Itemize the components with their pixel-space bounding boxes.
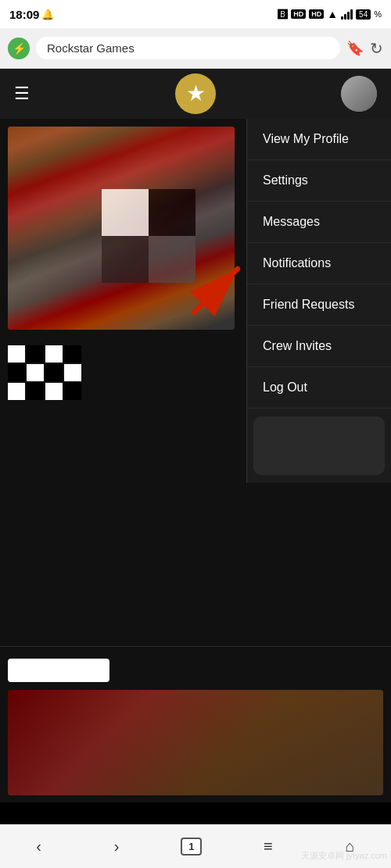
bottom-section: [0, 646, 391, 802]
menu-item-log-out[interactable]: Log Out: [247, 367, 391, 409]
tab-count-button[interactable]: 1: [181, 838, 202, 855]
crew-invites-label: Crew Invites: [263, 339, 332, 352]
lightning-icon: ⚡: [13, 42, 26, 55]
status-time: 18:09 🔔: [9, 8, 54, 21]
white-banner: [8, 659, 109, 682]
back-button[interactable]: ‹: [25, 831, 52, 862]
status-icons-group: 🅱 HD HD ▲ 54 %: [278, 8, 382, 20]
menu-button[interactable]: ≡: [253, 831, 284, 862]
bookmark-button[interactable]: 🔖: [346, 40, 364, 57]
rockstar-header: ☰ ★: [0, 69, 391, 119]
alarm-icon: 🔔: [41, 9, 54, 20]
wifi-icon: ▲: [327, 8, 338, 20]
menu-item-friend-requests[interactable]: Friend Requests: [247, 284, 391, 326]
status-bar: 18:09 🔔 🅱 HD HD ▲ 54 %: [0, 0, 391, 28]
app-area: ☰ ★: [0, 69, 391, 802]
hero-image: [8, 127, 235, 330]
watermark: 天源安卓网 jytyaz.com: [301, 850, 387, 862]
bluetooth-icon: 🅱: [278, 9, 288, 20]
pixel-logo-area: [8, 345, 81, 400]
settings-label: Settings: [263, 173, 308, 187]
menu-item-settings[interactable]: Settings: [247, 160, 391, 202]
content-area: View My Profile Settings Messages Notifi…: [0, 119, 391, 646]
avatar-image: [341, 76, 377, 112]
rockstar-logo: ★: [175, 73, 216, 114]
signal-bars: [341, 9, 353, 20]
messages-label: Messages: [263, 215, 320, 228]
notifications-label: Notifications: [263, 256, 331, 270]
battery-display: 54: [356, 9, 371, 20]
hd-badge-1: HD: [291, 9, 306, 19]
time-display: 18:09: [9, 8, 39, 21]
menu-item-view-profile[interactable]: View My Profile: [247, 119, 391, 160]
menu-item-notifications[interactable]: Notifications: [247, 243, 391, 284]
browser-action-buttons: 🔖 ↻: [346, 39, 383, 58]
url-text: Rockstar Games: [47, 41, 135, 55]
shield-button[interactable]: ⚡: [8, 38, 30, 59]
star-icon: ★: [186, 83, 206, 105]
avatar-button[interactable]: [341, 76, 377, 112]
view-profile-label: View My Profile: [263, 132, 349, 145]
hamburger-menu[interactable]: ☰: [14, 84, 30, 104]
menu-item-crew-invites[interactable]: Crew Invites: [247, 326, 391, 367]
browser-bar: ⚡ Rockstar Games 🔖 ↻: [0, 28, 391, 69]
menu-card: [253, 416, 385, 475]
dropdown-menu: View My Profile Settings Messages Notifi…: [246, 119, 391, 483]
forward-button[interactable]: ›: [103, 831, 131, 862]
hd-badge-2: HD: [309, 9, 324, 19]
friend-requests-label: Friend Requests: [263, 298, 354, 311]
menu-item-messages[interactable]: Messages: [247, 202, 391, 243]
log-out-label: Log Out: [263, 380, 307, 394]
url-bar[interactable]: Rockstar Games: [36, 37, 340, 59]
bottom-image: [8, 690, 383, 795]
reload-button[interactable]: ↻: [370, 39, 383, 58]
